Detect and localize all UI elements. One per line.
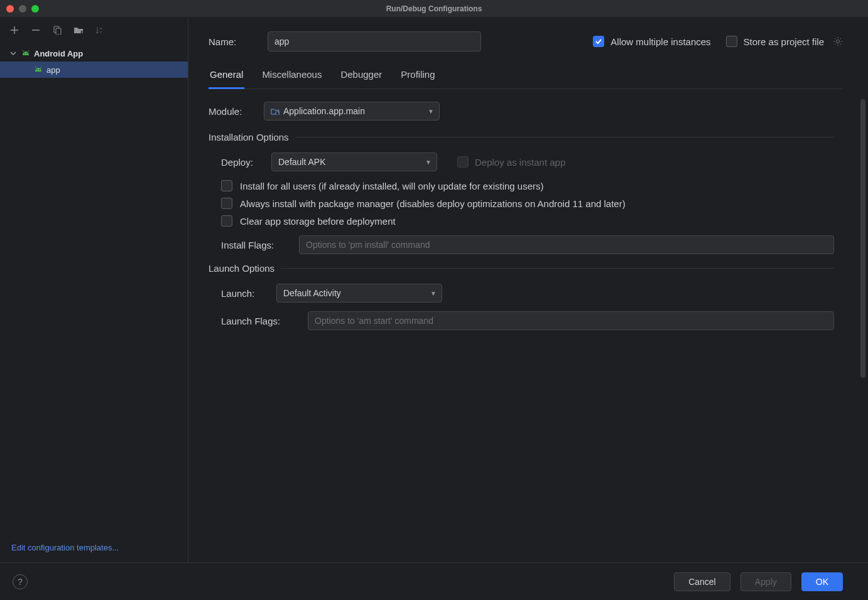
store-project-label: Store as project file [744,36,824,47]
module-label: Module: [209,106,255,117]
tree-item-label: app [46,65,60,75]
svg-text:z: z [100,30,102,34]
ok-button[interactable]: OK [801,572,843,591]
svg-rect-13 [276,112,279,115]
content-panel: Name: Allow multiple instances Store as … [188,18,868,562]
launch-section-title: Launch Options [209,263,834,274]
allow-multiple-label: Allow multiple instances [610,36,710,47]
launch-value: Default Activity [283,288,341,298]
tab-profiling[interactable]: Profiling [399,69,436,89]
install-all-users-checkbox[interactable] [221,180,232,191]
module-value: Application.app.main [283,106,365,116]
install-flags-label: Install Flags: [221,240,290,250]
svg-point-12 [837,40,840,43]
svg-line-7 [28,50,30,51]
folder-config-icon[interactable] [73,24,84,36]
store-project-checkbox[interactable] [726,36,737,47]
svg-line-10 [35,67,36,68]
svg-point-9 [39,69,40,70]
launch-flags-label: Launch Flags: [221,316,299,326]
tab-general[interactable]: General [209,69,244,89]
help-icon[interactable]: ? [13,574,28,589]
window-title: Run/Debug Configurations [0,4,868,13]
scrollbar[interactable] [860,99,865,378]
footer: ? Cancel Apply OK [0,562,868,600]
clear-storage-label: Clear app storage before deployment [240,216,396,227]
install-flags-input[interactable] [299,235,834,254]
remove-config-icon[interactable] [30,24,41,36]
svg-point-5 [26,53,28,54]
launch-label: Launch: [221,288,268,299]
svg-point-8 [36,69,38,70]
module-select[interactable]: Application.app.main ▼ [264,102,440,121]
android-icon [34,67,43,73]
name-input[interactable] [268,31,481,51]
chevron-down-icon: ▼ [430,290,437,297]
tab-miscellaneous[interactable]: Miscellaneous [261,69,323,89]
launch-select[interactable]: Default Activity ▼ [276,284,442,303]
chevron-down-icon [10,50,18,56]
deploy-instant-label: Deploy as instant app [475,157,565,168]
name-label: Name: [209,36,252,47]
tree-group-label: Android App [34,49,83,58]
install-all-users-label: Install for all users (if already instal… [240,181,544,191]
svg-rect-1 [56,28,61,35]
chevron-down-icon: ▼ [425,159,431,166]
tree-item-app[interactable]: app [0,62,188,78]
deploy-value: Default APK [278,157,326,167]
module-icon [271,107,279,115]
android-icon [21,50,30,56]
sort-config-icon[interactable]: az [94,24,106,36]
installation-section-title: Installation Options [209,132,834,142]
gear-icon[interactable] [833,36,843,46]
copy-config-icon[interactable] [52,24,63,36]
deploy-select[interactable]: Default APK ▼ [271,153,437,171]
tree-group-android-app[interactable]: Android App [0,45,188,62]
cancel-button[interactable]: Cancel [674,572,730,591]
config-tree: Android App app [0,43,188,535]
svg-line-6 [23,50,24,51]
tabs: General Miscellaneous Debugger Profiling [209,69,843,89]
deploy-instant-checkbox [457,156,469,168]
apply-button: Apply [741,572,791,591]
clear-storage-checkbox[interactable] [221,215,232,227]
always-pkg-mgr-label: Always install with package manager (dis… [240,198,626,209]
svg-point-4 [24,53,25,54]
add-config-icon[interactable] [9,24,20,36]
sidebar-toolbar: az [0,18,188,43]
titlebar: Run/Debug Configurations [0,0,868,18]
tab-debugger[interactable]: Debugger [339,69,383,89]
launch-flags-input[interactable] [308,311,834,330]
sidebar: az Android App app Edit configuration te… [0,18,188,562]
chevron-down-icon: ▼ [428,108,434,115]
edit-templates-link[interactable]: Edit configuration templates... [0,535,188,562]
svg-line-11 [41,67,42,68]
always-pkg-mgr-checkbox[interactable] [221,198,232,209]
allow-multiple-checkbox[interactable] [593,36,604,47]
deploy-label: Deploy: [221,157,263,168]
